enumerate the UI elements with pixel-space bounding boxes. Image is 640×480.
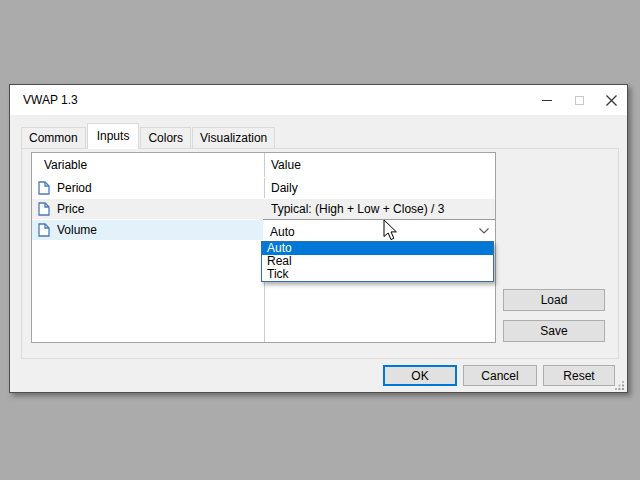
document-icon <box>38 202 50 216</box>
table-row-price[interactable]: Price Typical: (High + Low + Close) / 3 <box>32 198 495 219</box>
document-icon <box>38 223 50 237</box>
volume-variable-cell: Volume <box>32 223 264 237</box>
tab-common[interactable]: Common <box>21 127 86 148</box>
period-value-cell: Daily <box>264 181 495 195</box>
load-button[interactable]: Load <box>503 289 605 311</box>
dropdown-option-auto[interactable]: Auto <box>262 242 493 255</box>
ok-button[interactable]: OK <box>383 365 457 386</box>
close-icon <box>606 95 617 106</box>
row-label: Price <box>57 202 84 216</box>
cursor-arrow-icon <box>383 219 398 241</box>
vwap-settings-dialog: VWAP 1.3 Common Inputs Colors Visualizat… <box>9 84 628 393</box>
minimize-button[interactable] <box>531 85 563 115</box>
row-label: Volume <box>57 223 97 237</box>
volume-dropdown-list: Auto Real Tick <box>261 241 494 282</box>
volume-combobox[interactable]: Auto <box>263 219 495 243</box>
chevron-down-icon <box>479 228 489 234</box>
tab-bar: Common Inputs Colors Visualization <box>21 123 276 148</box>
maximize-button <box>563 85 595 115</box>
price-variable-cell: Price <box>32 202 264 216</box>
row-label: Period <box>57 181 92 195</box>
period-variable-cell: Period <box>32 181 264 195</box>
tab-inputs[interactable]: Inputs <box>87 123 140 149</box>
resize-grip-icon[interactable] <box>615 381 624 390</box>
reset-button[interactable]: Reset <box>543 365 615 386</box>
caption-buttons <box>531 85 627 115</box>
document-icon <box>38 181 50 195</box>
titlebar[interactable]: VWAP 1.3 <box>10 85 627 115</box>
header-value: Value <box>264 158 495 172</box>
combobox-value: Auto <box>263 225 295 239</box>
dropdown-option-tick[interactable]: Tick <box>262 268 493 281</box>
tab-colors-label: Colors <box>148 131 183 145</box>
close-button[interactable] <box>595 85 627 115</box>
table-row-period[interactable]: Period Daily <box>32 177 495 198</box>
price-value-cell: Typical: (High + Low + Close) / 3 <box>264 202 495 216</box>
cancel-button[interactable]: Cancel <box>463 365 537 386</box>
dropdown-option-real[interactable]: Real <box>262 255 493 268</box>
window-title: VWAP 1.3 <box>23 93 78 107</box>
tab-colors[interactable]: Colors <box>140 127 191 148</box>
tab-inputs-label: Inputs <box>97 129 130 143</box>
tab-common-label: Common <box>29 131 78 145</box>
tab-visualization[interactable]: Visualization <box>192 127 275 148</box>
save-button[interactable]: Save <box>503 320 605 342</box>
minimize-icon <box>542 95 553 106</box>
header-variable: Variable <box>32 158 264 172</box>
tab-visualization-label: Visualization <box>200 131 267 145</box>
maximize-icon <box>575 96 584 105</box>
table-header-row: Variable Value <box>32 153 495 177</box>
